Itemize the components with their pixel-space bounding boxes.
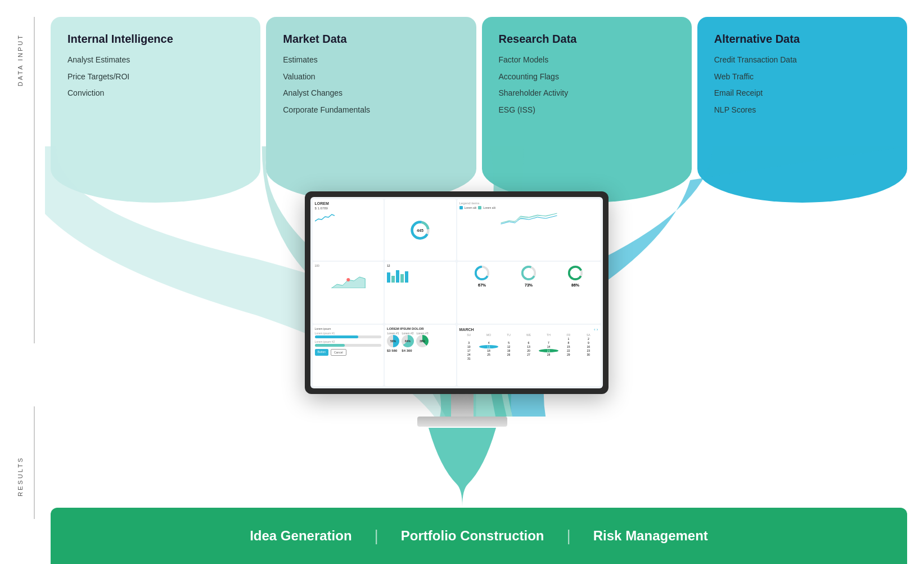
column-internal: Internal Intelligence Analyst Estimates …: [51, 17, 260, 203]
col-internal-item-1: Price Targets/ROI: [67, 71, 244, 83]
bottom-vertical-line: [34, 406, 35, 519]
col-alternative-item-0: Credit Transaction Data: [714, 55, 890, 66]
screen-cell-5: 12: [385, 262, 456, 323]
col-research-item-2: Shareholder Activity: [499, 88, 675, 99]
monitor-screen: LOREM $ 1.6789 445 Legend items: [310, 197, 603, 388]
col-research-item-1: Accounting Flags: [499, 71, 675, 83]
monitor-stand-base: [417, 417, 507, 427]
column-research-title: Research Data: [499, 33, 675, 46]
screen-cell-3: Legend items Lorem alii Lorem alii: [457, 199, 601, 261]
monitor-container: LOREM $ 1.6789 445 Legend items: [305, 191, 620, 428]
column-research: Research Data Factor Models Accounting F…: [482, 17, 692, 203]
results-separator-1: |: [375, 527, 378, 545]
column-market-title: Market Data: [283, 33, 459, 46]
column-alternative-title: Alternative Data: [714, 33, 890, 46]
data-input-label: DATA INPUT: [17, 34, 24, 86]
top-vertical-line: [34, 17, 35, 343]
screen-cell-1: LOREM $ 1.6789: [313, 199, 384, 261]
results-risk-management: Risk Management: [571, 528, 731, 544]
col-internal-item-0: Analyst Estimates: [67, 55, 244, 66]
col-market-item-3: Corporate Fundamentals: [283, 105, 459, 116]
column-alternative: Alternative Data Credit Transaction Data…: [697, 17, 907, 203]
column-market: Market Data Estimates Valuation Analyst …: [266, 17, 476, 203]
bottom-funnel-svg: [406, 428, 519, 507]
results-portfolio-construction: Portfolio Construction: [378, 528, 567, 544]
col-market-item-0: Estimates: [283, 55, 459, 66]
col-alternative-item-2: Email Receipt: [714, 88, 890, 99]
screen-cell-6: 67% 73% 86%: [457, 262, 601, 323]
screen-cell-4: 100: [313, 262, 384, 323]
col-research-item-0: Factor Models: [499, 55, 675, 66]
col-market-item-2: Analyst Changes: [283, 88, 459, 99]
col-alternative-item-1: Web Traffic: [714, 71, 890, 83]
svg-text:445: 445: [417, 227, 423, 232]
col-market-item-1: Valuation: [283, 71, 459, 83]
col-internal-item-2: Conviction: [67, 88, 244, 99]
screen-cell-9: MARCH ‹ › SUMOTUWETHFRSA 12 3456789 1011…: [457, 325, 601, 386]
data-input-section: Internal Intelligence Analyst Estimates …: [51, 17, 907, 203]
screen-cell-7: Lorem ipsum Lorem ipsum #1 Lorem ipsum #…: [313, 325, 384, 386]
results-banner: Idea Generation | Portfolio Construction…: [51, 508, 907, 564]
results-label: RESULTS: [17, 456, 24, 496]
monitor-stand-neck: [451, 394, 474, 417]
col-alternative-item-3: NLP Scores: [714, 105, 890, 116]
screen-cell-2: 445: [385, 199, 456, 261]
monitor-body: LOREM $ 1.6789 445 Legend items: [305, 191, 609, 394]
svg-point-5: [346, 278, 350, 281]
results-idea-generation: Idea Generation: [227, 528, 374, 544]
screen-cell-8: LOREM IPSUM DOLOR Lorem #1 50% Lorem #2 …: [385, 325, 456, 386]
svg-point-11: [569, 267, 582, 279]
col-research-item-3: ESG (ISS): [499, 105, 675, 116]
results-separator-2: |: [566, 527, 570, 545]
column-internal-title: Internal Intelligence: [67, 33, 244, 46]
